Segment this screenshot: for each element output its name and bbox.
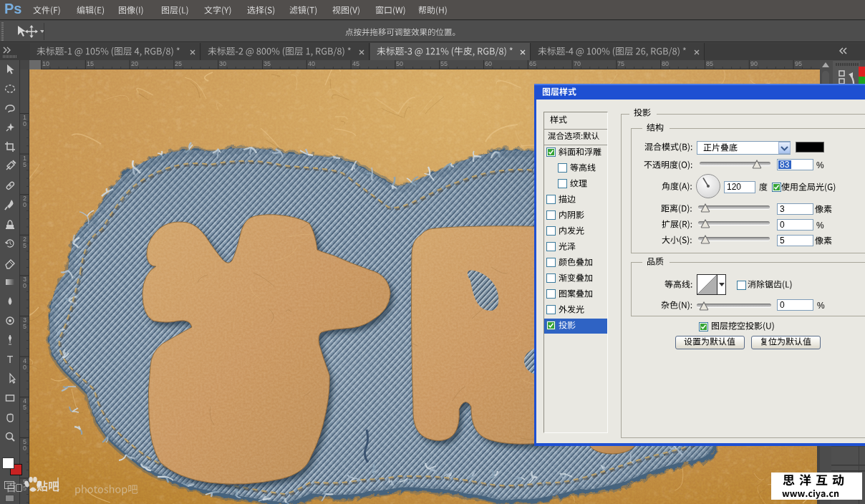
svg-text:T: T [7, 354, 14, 365]
